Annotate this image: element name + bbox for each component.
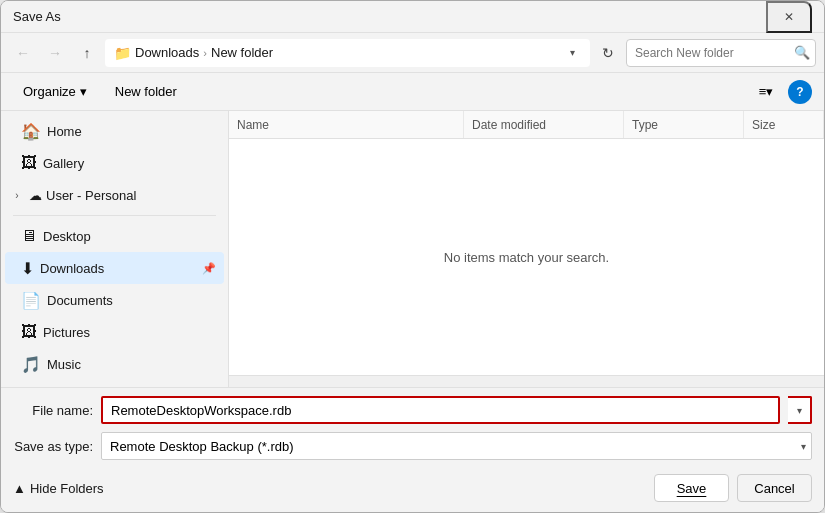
file-list-body: No items match your search.: [229, 139, 824, 375]
gallery-icon: 🖼: [21, 154, 37, 172]
empty-message: No items match your search.: [444, 250, 609, 265]
desktop-icon: 🖥: [21, 227, 37, 245]
sidebar-item-home[interactable]: 🏠 Home: [5, 115, 224, 147]
file-area: Name Date modified Type Size No items ma…: [229, 111, 824, 387]
save-button[interactable]: Save: [654, 474, 729, 502]
organize-arrow: ▾: [80, 84, 87, 99]
documents-icon: 📄: [21, 291, 41, 310]
sidebar-item-pictures[interactable]: 🖼 Pictures 📌: [5, 316, 224, 348]
view-arrow: ▾: [766, 84, 773, 99]
sidebar-home-label: Home: [47, 124, 216, 139]
sidebar-downloads-label: Downloads: [40, 261, 196, 276]
col-size[interactable]: Size: [744, 111, 824, 138]
help-button[interactable]: ?: [788, 80, 812, 104]
col-size-label: Size: [752, 118, 775, 132]
sidebar-music-label: Music: [47, 357, 216, 372]
file-header: Name Date modified Type Size: [229, 111, 824, 139]
filename-input[interactable]: [101, 396, 780, 424]
organize-button[interactable]: Organize ▾: [13, 78, 97, 106]
sidebar-desktop-label: Desktop: [43, 229, 196, 244]
action-row: ▲ Hide Folders Save Cancel: [1, 468, 824, 512]
filename-dropdown[interactable]: ▾: [788, 396, 812, 424]
navbar: ← → ↑ 📁 Downloads › New folder ▾ ↻ 🔍: [1, 33, 824, 73]
filename-label: File name:: [13, 403, 93, 418]
sidebar-item-user-personal[interactable]: › ☁ User - Personal: [5, 179, 224, 211]
organize-label: Organize: [23, 84, 76, 99]
save-label: Save: [677, 481, 707, 496]
up-button[interactable]: ↑: [73, 39, 101, 67]
breadcrumb-bar[interactable]: 📁 Downloads › New folder ▾: [105, 39, 590, 67]
sidebar-item-desktop[interactable]: 🖥 Desktop 📌: [5, 220, 224, 252]
save-as-dialog: Save As ✕ ← → ↑ 📁 Downloads › New folder…: [0, 0, 825, 513]
sidebar-divider: [13, 215, 216, 216]
dialog-title: Save As: [13, 9, 766, 24]
hide-folders-label: Hide Folders: [30, 481, 104, 496]
forward-button[interactable]: →: [41, 39, 69, 67]
new-folder-label: New folder: [115, 84, 177, 99]
sidebar-item-documents[interactable]: 📄 Documents 📌: [5, 284, 224, 316]
bottom-bar: File name: ▾ Save as type: Remote Deskto…: [1, 387, 824, 512]
content-area: 🏠 Home 🖼 Gallery › ☁ User - Personal 🖥 D…: [1, 111, 824, 387]
sidebar-item-downloads[interactable]: ⬇ Downloads 📌: [5, 252, 224, 284]
savetype-wrap: Remote Desktop Backup (*.rdb) ▾: [101, 432, 812, 460]
savetype-select[interactable]: Remote Desktop Backup (*.rdb): [101, 432, 812, 460]
toolbar: Organize ▾ New folder ≡ ▾ ?: [1, 73, 824, 111]
cancel-button[interactable]: Cancel: [737, 474, 812, 502]
breadcrumb-dropdown[interactable]: ▾: [563, 39, 581, 67]
hide-folders-button[interactable]: ▲ Hide Folders: [13, 481, 104, 496]
sidebar-gallery-label: Gallery: [43, 156, 216, 171]
folder-icon: 📁: [114, 45, 131, 61]
new-folder-button[interactable]: New folder: [105, 78, 187, 106]
sidebar-documents-label: Documents: [47, 293, 196, 308]
pictures-icon: 🖼: [21, 323, 37, 341]
search-wrap: 🔍: [626, 39, 816, 67]
home-icon: 🏠: [21, 122, 41, 141]
breadcrumb-downloads: Downloads: [135, 45, 199, 60]
sidebar-item-music[interactable]: 🎵 Music: [5, 348, 224, 380]
search-input[interactable]: [626, 39, 816, 67]
breadcrumb-newfolder: New folder: [211, 45, 273, 60]
downloads-icon: ⬇: [21, 259, 34, 278]
col-type[interactable]: Type: [624, 111, 744, 138]
col-name-label: Name: [237, 118, 269, 132]
col-name[interactable]: Name: [229, 111, 464, 138]
view-button[interactable]: ≡ ▾: [752, 78, 780, 106]
hide-folders-icon: ▲: [13, 481, 26, 496]
sidebar-item-gallery[interactable]: 🖼 Gallery: [5, 147, 224, 179]
expand-icon: ›: [9, 187, 25, 203]
col-type-label: Type: [632, 118, 658, 132]
savetype-label: Save as type:: [13, 439, 93, 454]
pin-icon-downloads: 📌: [202, 262, 216, 275]
col-date[interactable]: Date modified: [464, 111, 624, 138]
sidebar-pictures-label: Pictures: [43, 325, 196, 340]
view-icon: ≡: [759, 84, 767, 99]
titlebar: Save As ✕: [1, 1, 824, 33]
sidebar: 🏠 Home 🖼 Gallery › ☁ User - Personal 🖥 D…: [1, 111, 229, 387]
sidebar-user-label: User - Personal: [46, 188, 136, 203]
music-icon: 🎵: [21, 355, 41, 374]
refresh-button[interactable]: ↻: [594, 39, 622, 67]
savetype-row: Save as type: Remote Desktop Backup (*.r…: [1, 428, 824, 468]
action-buttons: Save Cancel: [654, 474, 812, 502]
back-button[interactable]: ←: [9, 39, 37, 67]
cloud-icon: ☁: [29, 188, 42, 203]
filename-row: File name: ▾: [1, 388, 824, 428]
scrollbar[interactable]: [229, 375, 824, 387]
col-date-label: Date modified: [472, 118, 546, 132]
close-button[interactable]: ✕: [766, 1, 812, 33]
breadcrumb-sep-1: ›: [203, 47, 207, 59]
